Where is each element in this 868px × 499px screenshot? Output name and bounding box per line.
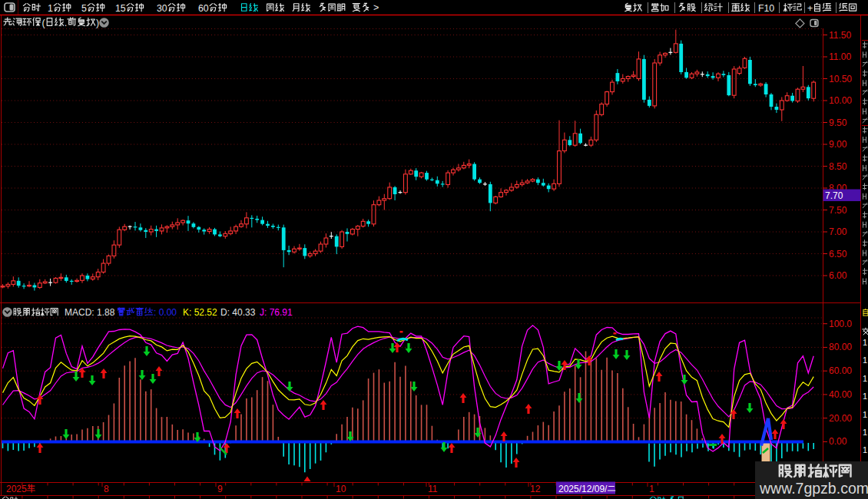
svg-text:20.00: 20.00 [829,413,852,424]
svg-text:1: 1 [863,428,867,437]
svg-text:15: 15 [115,3,126,14]
svg-text:7.70: 7.70 [825,190,843,201]
svg-text:5: 5 [81,3,87,14]
svg-text:30: 30 [157,3,167,14]
svg-text:40.00: 40.00 [829,389,852,400]
svg-text:9: 9 [217,484,223,494]
svg-text:F10: F10 [758,3,774,14]
svg-text:7.50: 7.50 [829,205,847,216]
svg-text:2025/12/09/: 2025/12/09/ [558,484,608,494]
svg-text:9.50: 9.50 [829,117,847,128]
svg-text:D: 40.33: D: 40.33 [220,307,256,318]
svg-text:60: 60 [198,3,209,14]
svg-text:+: + [807,3,813,14]
svg-text:>: > [373,2,379,13]
svg-text:: 0.00: : 0.00 [154,307,177,318]
svg-text:8.50: 8.50 [829,161,847,172]
svg-text:J: 76.91: J: 76.91 [260,307,293,318]
svg-text:1: 1 [863,445,867,454]
svg-text:6.00: 6.00 [829,270,847,281]
svg-text:1: 1 [649,484,654,494]
svg-text:11.00: 11.00 [829,51,851,62]
svg-text:100.0: 100.0 [829,319,852,329]
svg-text:www.7gpzb.com: www.7gpzb.com [759,480,868,497]
svg-text:10: 10 [336,484,346,494]
svg-text:12: 12 [530,484,541,494]
svg-text:11.50: 11.50 [829,30,851,41]
svg-text:): ) [96,18,99,28]
svg-text:.: . [65,18,68,28]
svg-text:1: 1 [863,355,867,365]
svg-text:10.50: 10.50 [829,74,852,84]
svg-text:1: 1 [48,3,53,14]
svg-text:60.00: 60.00 [829,365,852,376]
svg-text:2025: 2025 [6,484,27,494]
svg-text:0.00: 0.00 [829,436,847,447]
svg-text:1: 1 [863,392,867,401]
svg-text:8: 8 [104,484,109,494]
svg-text:1: 1 [863,410,867,419]
svg-text:1: 1 [863,374,867,383]
svg-text:11: 11 [428,484,438,494]
svg-text:9.00: 9.00 [829,139,847,150]
svg-text:80.00: 80.00 [829,342,852,352]
svg-text:6.50: 6.50 [829,249,847,259]
svg-text:10.00: 10.00 [829,95,852,106]
svg-text:K: 52.52: K: 52.52 [183,307,217,318]
svg-text:MACD: 1.88: MACD: 1.88 [65,307,115,318]
svg-text:7.00: 7.00 [829,226,847,237]
svg-text:1: 1 [863,338,867,347]
